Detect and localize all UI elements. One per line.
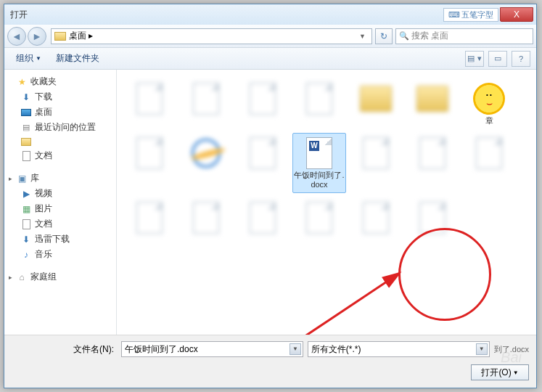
file-item[interactable] xyxy=(236,197,290,238)
open-dialog: 打开 五笔字型 X ◄ ► 桌面 ▸ ▼ ↻ 搜索 桌面 组织▼ 新建文件夹 ▤… xyxy=(4,4,537,388)
sidebar-item-desktop[interactable]: 桌面 xyxy=(4,105,116,120)
file-list[interactable]: 章 午饭时间到了.docx xyxy=(117,70,536,335)
file-item-selected[interactable]: 午饭时间到了.docx xyxy=(292,133,346,192)
dialog-body: ★收藏夹 ⬇下载 桌面 ▤最近访问的位置 文档 ▸▣库 ▶视频 ▦图片 文档 ⬇… xyxy=(4,70,536,335)
sidebar-item-pictures[interactable]: ▦图片 xyxy=(4,201,116,216)
sidebar: ★收藏夹 ⬇下载 桌面 ▤最近访问的位置 文档 ▸▣库 ▶视频 ▦图片 文档 ⬇… xyxy=(4,70,117,335)
file-item[interactable] xyxy=(406,133,459,192)
search-placeholder: 搜索 桌面 xyxy=(411,30,448,42)
dialog-title: 打开 xyxy=(7,9,443,21)
refresh-button[interactable]: ↻ xyxy=(375,28,393,44)
filter-tail-text: 到了.docx xyxy=(494,344,529,355)
search-input[interactable]: 搜索 桌面 xyxy=(395,28,533,44)
ime-indicator[interactable]: 五笔字型 xyxy=(443,8,498,22)
file-item[interactable] xyxy=(123,197,176,238)
dialog-footer: 文件名(N): 午饭时间到了.docx▼ 所有文件(*.*)▼ 到了.docx … xyxy=(4,335,536,388)
file-item[interactable] xyxy=(292,197,346,238)
filename-input[interactable]: 午饭时间到了.docx▼ xyxy=(121,341,303,357)
file-item[interactable] xyxy=(179,78,233,128)
sidebar-item-xunlei[interactable]: ⬇迅雷下载 xyxy=(4,232,116,247)
file-item[interactable] xyxy=(349,197,403,238)
file-item[interactable] xyxy=(179,197,233,238)
file-item[interactable] xyxy=(406,78,459,128)
file-item[interactable] xyxy=(236,133,290,192)
word-doc-icon xyxy=(306,137,332,169)
file-item[interactable] xyxy=(349,78,403,128)
sunflower-icon xyxy=(473,83,505,115)
annotation-circle xyxy=(398,228,491,321)
titlebar: 打开 五笔字型 X xyxy=(4,4,536,25)
open-button[interactable]: 打开(O)▼ xyxy=(471,364,529,380)
sidebar-favorites-header[interactable]: ★收藏夹 xyxy=(4,74,116,89)
close-button[interactable]: X xyxy=(500,7,533,22)
annotation-arrow xyxy=(117,251,422,335)
file-item[interactable] xyxy=(406,197,459,238)
svg-line-0 xyxy=(117,273,400,335)
new-folder-button[interactable]: 新建文件夹 xyxy=(50,50,105,67)
folder-icon xyxy=(54,32,66,41)
address-text: 桌面 ▸ xyxy=(69,30,93,42)
dropdown-icon[interactable]: ▼ xyxy=(476,343,488,355)
sidebar-item-downloads[interactable]: ⬇下载 xyxy=(4,89,116,105)
sidebar-libraries-header[interactable]: ▸▣库 xyxy=(4,171,116,186)
file-item[interactable] xyxy=(179,133,233,192)
dropdown-icon[interactable]: ▼ xyxy=(290,343,301,355)
back-button[interactable]: ◄ xyxy=(7,27,26,46)
sidebar-homegroup-header[interactable]: ▸⌂家庭组 xyxy=(4,269,116,285)
sidebar-item-documents[interactable]: 文档 xyxy=(4,148,116,163)
organize-button[interactable]: 组织▼ xyxy=(10,50,47,67)
address-bar[interactable]: 桌面 ▸ ▼ xyxy=(51,28,372,44)
forward-button[interactable]: ► xyxy=(28,27,46,46)
file-item[interactable] xyxy=(292,78,346,128)
sidebar-item-docs[interactable]: 文档 xyxy=(4,216,116,232)
toolbar: 组织▼ 新建文件夹 ▤ ▾ ▭ ? xyxy=(4,48,536,70)
sidebar-item-videos[interactable]: ▶视频 xyxy=(4,186,116,201)
file-item[interactable] xyxy=(236,78,290,128)
sidebar-item-music[interactable]: ♪音乐 xyxy=(4,247,116,262)
file-item[interactable] xyxy=(462,133,516,192)
filename-label: 文件名(N): xyxy=(12,343,117,356)
file-item[interactable] xyxy=(123,133,176,192)
file-item[interactable] xyxy=(123,78,176,128)
file-item-sunflower[interactable]: 章 xyxy=(462,78,516,128)
view-mode-button[interactable]: ▤ ▾ xyxy=(465,51,484,67)
help-button[interactable]: ? xyxy=(512,51,530,67)
address-dropdown-icon[interactable]: ▼ xyxy=(356,33,369,40)
file-item[interactable] xyxy=(349,133,403,192)
navigation-row: ◄ ► 桌面 ▸ ▼ ↻ 搜索 桌面 xyxy=(4,25,536,48)
filetype-filter[interactable]: 所有文件(*.*)▼ xyxy=(308,341,490,357)
sidebar-item-blurred[interactable] xyxy=(4,135,116,148)
preview-toggle-button[interactable]: ▭ xyxy=(488,51,507,67)
sidebar-item-recent[interactable]: ▤最近访问的位置 xyxy=(4,120,116,135)
nav-buttons: ◄ ► xyxy=(7,27,48,46)
